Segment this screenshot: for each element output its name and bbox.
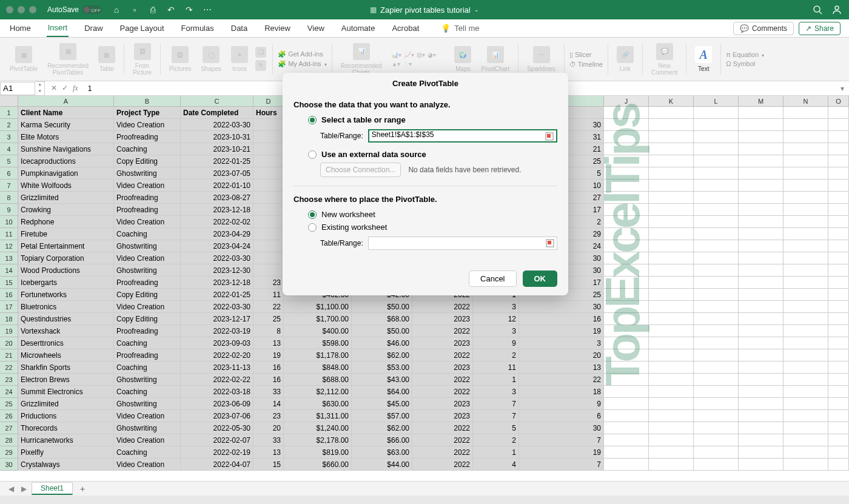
cell[interactable]: 2022-02-02 [181,216,253,228]
cell[interactable] [739,240,784,252]
cell[interactable] [604,422,649,434]
row-header[interactable]: 9 [0,204,18,216]
column-header-A[interactable]: A [18,96,114,107]
cell[interactable] [784,216,828,228]
cell[interactable]: Crowking [18,204,114,216]
cell[interactable] [739,374,784,386]
tab-view[interactable]: View [306,20,326,36]
cell[interactable] [739,192,784,204]
cell[interactable] [694,459,739,471]
cell[interactable]: $66.00 [352,434,412,446]
cell[interactable]: Ghostwriting [114,398,181,410]
ok-button[interactable]: OK [523,270,558,287]
table-range-input[interactable]: Sheet1!$A$1:$I$35 [368,129,557,143]
cell[interactable] [604,386,649,398]
cell[interactable]: Redphone [18,216,114,228]
cell[interactable] [694,107,739,119]
cell[interactable] [694,228,739,240]
location-input[interactable] [368,237,557,250]
ribbon-new-comment[interactable]: 💬New Comment [648,43,681,76]
cell[interactable] [604,446,649,459]
cell[interactable] [784,167,828,180]
cell[interactable] [604,192,649,204]
cell[interactable] [739,264,784,277]
cell[interactable] [828,155,849,167]
cell[interactable] [253,240,284,252]
cell[interactable]: 3 [473,325,519,337]
formula-expand-icon[interactable]: ▾ [836,84,849,93]
ribbon-chart-types[interactable]: 📊▾ 📈▾ ▤▾ ◕▾ ▲▾ ⋮▾ [388,52,448,67]
column-header-B[interactable]: B [114,96,181,107]
cell[interactable]: Topiary Corporation [18,252,114,264]
cell[interactable]: Ghostwriting [114,422,181,434]
cell[interactable] [784,422,828,434]
ribbon-shapes[interactable]: ◯Shapes [197,46,225,72]
cell[interactable]: Wood Productions [18,264,114,277]
cell[interactable] [604,277,649,289]
cell[interactable] [739,180,784,192]
cell[interactable] [828,410,849,422]
add-sheet-button[interactable]: + [75,484,90,494]
cell[interactable]: 2023-07-06 [181,410,253,422]
cell[interactable]: Proofreading [114,277,181,289]
sheet-tab-sheet1[interactable]: Sheet1 [32,482,73,495]
cell[interactable] [739,422,784,434]
cell[interactable]: Video Creation [114,180,181,192]
cell[interactable]: Grizzlimited [18,398,114,410]
row-header[interactable]: 6 [0,167,18,180]
cell[interactable] [253,167,284,180]
cell[interactable]: 6 [519,410,604,422]
cell[interactable]: 7 [473,398,519,410]
cell[interactable] [739,313,784,325]
cell[interactable]: $688.00 [284,374,352,386]
cell[interactable] [828,252,849,264]
cell[interactable]: 20 [519,349,604,361]
cell[interactable]: 2022 [412,446,473,459]
cell[interactable] [828,119,849,131]
cell[interactable] [253,180,284,192]
autosave-toggle[interactable]: OFF [82,5,102,14]
cell[interactable] [604,131,649,143]
cell[interactable]: 2 [473,349,519,361]
cell[interactable] [604,264,649,277]
cell[interactable]: 19 [519,446,604,459]
cell[interactable]: 2023-12-18 [181,277,253,289]
ribbon-pictures[interactable]: 🖼Pictures [166,46,195,72]
cell[interactable]: 19 [519,325,604,337]
tab-home[interactable]: Home [8,20,32,36]
cell[interactable]: Sharkfin Sports [18,361,114,374]
cell[interactable]: $660.00 [284,459,352,471]
cell[interactable]: 2023 [412,410,473,422]
cell[interactable] [784,410,828,422]
cell[interactable] [739,228,784,240]
cell[interactable]: Deserttronics [18,337,114,349]
ribbon-text[interactable]: AText [691,46,716,72]
cell[interactable] [604,204,649,216]
ribbon-recommended-charts[interactable]: 📊Recommended Charts [337,43,386,76]
cell[interactable] [784,337,828,349]
cell[interactable]: 9 [473,337,519,349]
cell[interactable] [604,301,649,313]
cell[interactable]: Project Type [114,107,181,119]
row-header[interactable]: 2 [0,119,18,131]
print-icon[interactable]: ⎙ [148,5,158,15]
cell[interactable] [649,410,694,422]
cell[interactable]: 16 [253,374,284,386]
cell[interactable]: $598.00 [284,337,352,349]
collapse-range-icon[interactable] [544,131,555,142]
cell[interactable] [604,289,649,301]
cell[interactable]: 5 [473,422,519,434]
cell[interactable] [784,155,828,167]
tab-page-layout[interactable]: Page Layout [119,20,166,36]
cell[interactable] [784,446,828,459]
cell[interactable] [828,240,849,252]
more-icon[interactable]: ⋯ [203,5,212,15]
confirm-formula-icon[interactable]: ✓ [62,84,68,93]
cell[interactable]: 33 [253,386,284,398]
row-header[interactable]: 28 [0,434,18,446]
cell[interactable]: 23 [253,277,284,289]
ribbon-table[interactable]: ▦Table [95,46,119,72]
option-new-worksheet[interactable]: New worksheet [308,210,557,219]
cell[interactable] [784,349,828,361]
cell[interactable]: Questindustries [18,313,114,325]
